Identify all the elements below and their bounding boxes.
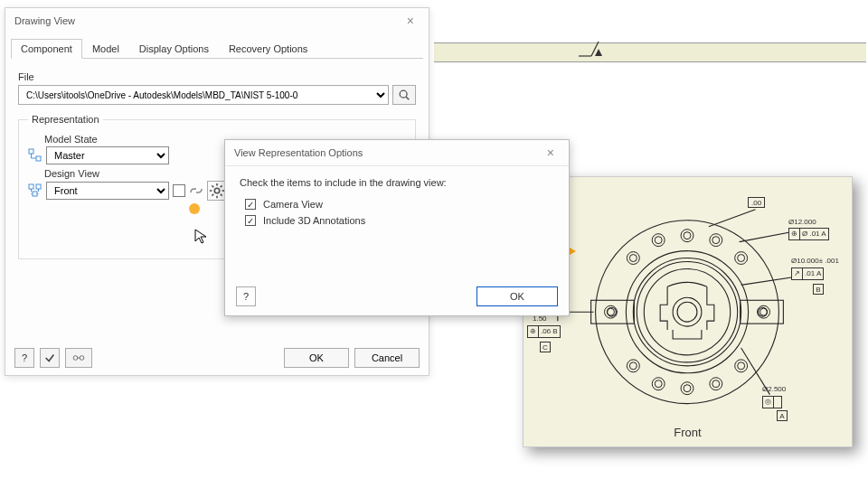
svg-point-36 bbox=[629, 255, 637, 262]
svg-point-10 bbox=[214, 188, 220, 193]
svg-point-42 bbox=[738, 362, 745, 370]
svg-point-48 bbox=[712, 237, 720, 244]
svg-line-15 bbox=[212, 185, 213, 187]
datum-a: A bbox=[777, 410, 788, 421]
fcf-d25-cell bbox=[774, 397, 781, 408]
conc-symbol-icon: ◎ bbox=[763, 397, 774, 408]
camera-view-label: Camera View bbox=[263, 199, 323, 210]
svg-rect-9 bbox=[33, 192, 37, 196]
svg-point-47 bbox=[710, 234, 722, 247]
svg-point-25 bbox=[637, 262, 737, 362]
file-label: File bbox=[18, 71, 416, 82]
tab-component[interactable]: Component bbox=[11, 39, 82, 59]
svg-point-52 bbox=[712, 380, 720, 388]
model-state-tree-icon bbox=[28, 148, 42, 163]
svg-marker-2 bbox=[595, 49, 602, 56]
svg-point-33 bbox=[735, 252, 748, 265]
link-icon bbox=[189, 183, 203, 198]
svg-point-30 bbox=[684, 232, 691, 239]
close-icon[interactable]: × bbox=[401, 14, 420, 28]
svg-point-29 bbox=[681, 230, 693, 242]
check-icon bbox=[43, 352, 56, 364]
vro-help-button[interactable]: ? bbox=[236, 286, 256, 306]
dim-d25: Ø2.500 bbox=[762, 385, 786, 393]
svg-rect-8 bbox=[36, 184, 41, 189]
include-3d-label: Include 3D Annotations bbox=[263, 215, 365, 226]
drawing-titlebar-strip bbox=[434, 42, 866, 62]
svg-rect-54 bbox=[741, 300, 784, 324]
svg-point-22 bbox=[596, 221, 779, 404]
preview-caption: Front bbox=[524, 426, 852, 439]
model-state-select[interactable]: Master bbox=[46, 146, 169, 164]
drawing-view-title: Drawing View bbox=[14, 15, 75, 26]
svg-line-16 bbox=[221, 194, 222, 196]
datum-b: B bbox=[813, 284, 824, 295]
fcf-w150: .06 B bbox=[539, 326, 560, 337]
tab-strip: Component Model Display Options Recovery… bbox=[11, 39, 423, 59]
svg-point-26 bbox=[644, 268, 730, 354]
fcf-d12: Ø .01 A bbox=[800, 229, 828, 239]
view-rep-options-dialog: View Representation Options × Check the … bbox=[224, 139, 570, 316]
svg-line-18 bbox=[212, 194, 213, 196]
gear-icon bbox=[208, 182, 226, 200]
camera-view-checkbox[interactable] bbox=[245, 199, 256, 210]
help-icon: ? bbox=[243, 291, 249, 302]
tab-model[interactable]: Model bbox=[82, 39, 129, 59]
vro-instruction: Check the items to include in the drawin… bbox=[240, 177, 554, 188]
svg-line-58 bbox=[740, 231, 797, 242]
dim-box-00: .00 bbox=[748, 197, 765, 208]
gtol-symbol-icon: ⊕ bbox=[789, 229, 800, 239]
cursor-icon bbox=[193, 228, 210, 244]
svg-point-51 bbox=[710, 378, 722, 390]
tab-display-options[interactable]: Display Options bbox=[129, 39, 219, 59]
svg-point-46 bbox=[655, 237, 662, 244]
svg-point-43 bbox=[627, 360, 639, 372]
help-button[interactable]: ? bbox=[14, 348, 34, 368]
fcf-d10: .01 A bbox=[803, 268, 823, 279]
associative-checkbox[interactable] bbox=[173, 184, 185, 197]
ok-button[interactable]: OK bbox=[284, 348, 349, 368]
svg-rect-7 bbox=[29, 184, 33, 189]
glasses-icon bbox=[72, 352, 85, 364]
vro-close-icon[interactable]: × bbox=[542, 145, 560, 160]
svg-line-4 bbox=[406, 97, 409, 99]
browse-file-button[interactable] bbox=[392, 85, 416, 105]
svg-point-41 bbox=[735, 360, 748, 372]
weld-symbol-icon bbox=[579, 36, 615, 61]
svg-point-24 bbox=[633, 258, 741, 366]
svg-point-3 bbox=[400, 90, 407, 98]
vro-title: View Representation Options bbox=[234, 147, 363, 158]
file-path-select[interactable]: C:\Users\itools\OneDrive - Autodesk\Mode… bbox=[18, 85, 389, 105]
svg-point-34 bbox=[738, 255, 745, 262]
svg-line-17 bbox=[221, 185, 222, 187]
svg-rect-6 bbox=[36, 156, 41, 161]
runout-symbol-icon: ↗ bbox=[792, 268, 803, 279]
svg-point-28 bbox=[677, 302, 697, 322]
toggle-check-button[interactable] bbox=[40, 348, 60, 368]
svg-point-35 bbox=[627, 252, 639, 265]
representation-legend: Representation bbox=[28, 114, 103, 125]
svg-point-19 bbox=[73, 356, 78, 361]
include-3d-checkbox[interactable] bbox=[245, 215, 256, 226]
drawing-preview: .00 Ø12.000 ⊕ Ø .01 A Ø10.000± .001 ↗ .0… bbox=[523, 176, 853, 447]
svg-point-50 bbox=[655, 380, 662, 388]
svg-line-57 bbox=[709, 210, 756, 227]
svg-point-49 bbox=[652, 378, 665, 390]
svg-rect-5 bbox=[29, 149, 33, 154]
dim-d12: Ø12.000 bbox=[788, 218, 816, 226]
cancel-button[interactable]: Cancel bbox=[354, 348, 420, 368]
svg-point-44 bbox=[629, 362, 637, 370]
tab-recovery-options[interactable]: Recovery Options bbox=[219, 39, 317, 59]
callout-highlight-dot bbox=[189, 203, 200, 214]
svg-point-31 bbox=[681, 382, 693, 395]
svg-point-32 bbox=[684, 385, 691, 392]
glasses-button[interactable] bbox=[65, 348, 92, 368]
design-view-select[interactable]: Front bbox=[46, 182, 169, 200]
magnify-icon bbox=[398, 89, 410, 101]
design-view-tree-icon bbox=[28, 183, 42, 198]
vro-ok-button[interactable]: OK bbox=[476, 286, 558, 306]
svg-point-20 bbox=[80, 356, 84, 361]
dim-d10: Ø10.000± .001 bbox=[791, 257, 839, 265]
help-icon: ? bbox=[22, 352, 27, 363]
svg-point-45 bbox=[652, 234, 665, 247]
